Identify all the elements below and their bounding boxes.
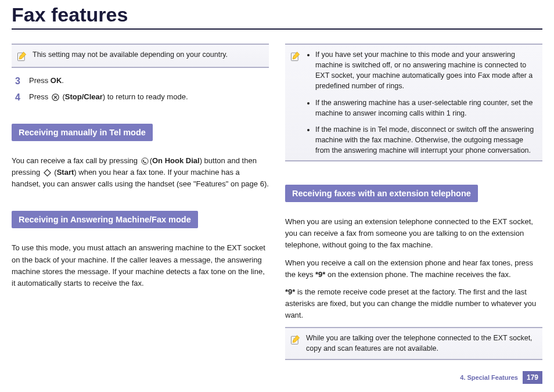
footer-chapter: 4. Special Features [460,374,518,381]
list-item: If the answering machine has a user-sele… [315,98,538,118]
stop-clear-icon [51,93,60,102]
section-receiving-tel: Receiving manually in Tel mode [12,124,153,141]
note-answering-tips: If you have set your machine to this mod… [285,44,542,161]
list-item: If the machine is in Tel mode, disconnec… [315,124,538,156]
start-icon [43,168,52,177]
section-answering-machine: Receiving in Answering Machine/Fax mode [12,211,198,228]
step-4: 4 Press (Stop/Clear) to return to ready … [15,92,269,103]
note-icon [290,334,301,346]
note-text: While you are talking over the telephone… [306,333,538,354]
step-text: Press OK. [29,76,64,85]
left-column: This setting may not be available depend… [12,40,269,368]
step-text: Press (Stop/Clear) to return to ready mo… [29,92,188,102]
note-icon [16,51,28,62]
step-number: 4 [15,92,23,103]
on-hook-dial-icon [141,157,149,166]
footer-page-number: 179 [523,371,542,384]
step-number: 3 [15,76,23,87]
note-icon [290,51,301,62]
page-footer: 4. Special Features 179 [460,371,542,384]
note-text: This setting may not be available depend… [33,49,228,60]
note-copy-scan: While you are talking over the telephone… [285,327,542,359]
section-extension-phone: Receiving faxes with an extension teleph… [285,185,478,202]
answering-machine-paragraph: To use this mode, you must attach an ans… [12,242,269,289]
tel-mode-paragraph: You can receive a fax call by pressing (… [12,155,269,190]
page-title: Fax features [12,3,542,30]
ext-phone-paragraph-3: *9* is the remote receive code preset at… [285,286,542,321]
note-country: This setting may not be available depend… [12,44,269,68]
ext-phone-paragraph-1: When you are using an extension telephon… [285,216,542,251]
right-column: If you have set your machine to this mod… [285,40,542,368]
note-list: If you have set your machine to this mod… [306,49,538,156]
step-3: 3 Press OK. [15,76,269,87]
list-item: If you have set your machine to this mod… [315,49,538,92]
ext-phone-paragraph-2: When you receive a call on the extension… [285,257,542,280]
